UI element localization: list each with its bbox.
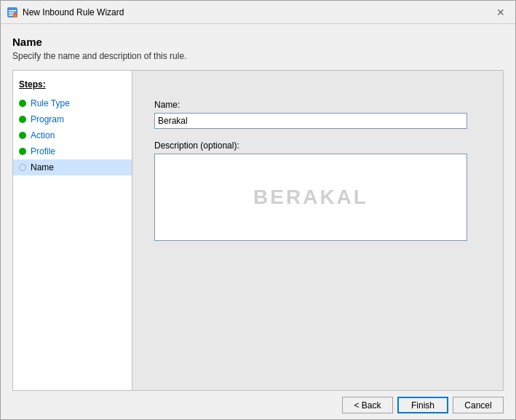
finish-button[interactable]: Finish bbox=[397, 397, 448, 413]
cancel-button[interactable]: Cancel bbox=[453, 397, 504, 413]
title-bar: ! New Inbound Rule Wizard ✕ bbox=[1, 1, 515, 24]
steps-header: Steps: bbox=[13, 76, 132, 95]
page-subtitle: Specify the name and description of this… bbox=[12, 51, 504, 61]
description-input[interactable] bbox=[154, 154, 467, 241]
page-title: Name bbox=[12, 36, 504, 48]
step-label-rule-type: Rule Type bbox=[31, 98, 70, 108]
back-button[interactable]: < Back bbox=[342, 397, 393, 413]
step-label-program: Program bbox=[31, 114, 64, 124]
step-label-action: Action bbox=[31, 130, 55, 140]
steps-panel: Steps: Rule Type Program Action Profile bbox=[12, 70, 132, 391]
description-field-group: Description (optional): BERAKAL bbox=[154, 140, 481, 241]
step-label-profile: Profile bbox=[31, 146, 55, 156]
step-rule-type: Rule Type bbox=[13, 95, 132, 111]
step-action: Action bbox=[13, 127, 132, 143]
description-label: Description (optional): bbox=[154, 140, 481, 151]
step-program: Program bbox=[13, 111, 132, 127]
step-name: Name bbox=[13, 159, 132, 175]
description-wrapper: BERAKAL bbox=[154, 154, 467, 241]
window-icon: ! bbox=[7, 7, 18, 18]
name-label: Name: bbox=[154, 100, 481, 110]
svg-text:!: ! bbox=[15, 14, 15, 18]
step-dot-profile bbox=[19, 148, 26, 155]
main-layout: Steps: Rule Type Program Action Profile bbox=[12, 70, 504, 391]
content-area: Name Specify the name and description of… bbox=[1, 24, 515, 419]
footer: < Back Finish Cancel bbox=[12, 391, 504, 413]
name-input[interactable] bbox=[154, 113, 467, 129]
name-field-group: Name: bbox=[154, 100, 481, 129]
step-label-name: Name bbox=[31, 162, 54, 173]
step-profile: Profile bbox=[13, 143, 132, 159]
wizard-window: ! New Inbound Rule Wizard ✕ Name Specify… bbox=[0, 0, 516, 420]
step-dot-program bbox=[19, 116, 26, 123]
close-button[interactable]: ✕ bbox=[492, 4, 509, 21]
step-dot-rule-type bbox=[19, 100, 26, 107]
window-title: New Inbound Rule Wizard bbox=[23, 7, 492, 17]
right-panel: Name: Description (optional): BERAKAL bbox=[132, 70, 504, 391]
step-dot-name bbox=[19, 164, 26, 171]
svg-rect-1 bbox=[9, 10, 16, 12]
step-dot-action bbox=[19, 132, 26, 139]
svg-rect-2 bbox=[9, 12, 14, 14]
